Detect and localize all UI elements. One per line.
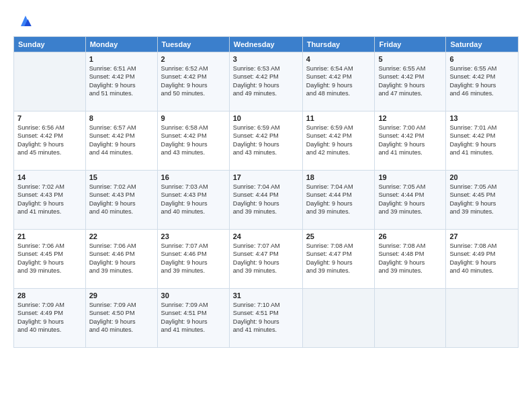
- day-info: Sunrise: 6:53 AMSunset: 4:42 PMDaylight:…: [233, 64, 299, 98]
- calendar-cell: 31Sunrise: 7:10 AMSunset: 4:51 PMDayligh…: [229, 289, 302, 348]
- day-number: 24: [233, 232, 299, 240]
- weekday-header-row: SundayMondayTuesdayWednesdayThursdayFrid…: [14, 37, 519, 52]
- calendar-cell: 12Sunrise: 7:00 AMSunset: 4:42 PMDayligh…: [375, 111, 446, 171]
- day-info: Sunrise: 7:08 AMSunset: 4:48 PMDaylight:…: [378, 242, 442, 275]
- weekday-header-thursday: Thursday: [302, 37, 375, 52]
- day-number: 14: [17, 173, 82, 181]
- calendar-cell: 16Sunrise: 7:03 AMSunset: 4:43 PMDayligh…: [157, 171, 229, 230]
- day-number: 21: [17, 232, 82, 240]
- logo-icon: [16, 12, 35, 31]
- day-number: 31: [233, 291, 299, 300]
- calendar-cell: 15Sunrise: 7:02 AMSunset: 4:43 PMDayligh…: [85, 171, 157, 230]
- day-info: Sunrise: 7:09 AMSunset: 4:50 PMDaylight:…: [89, 301, 154, 334]
- calendar-cell: 21Sunrise: 7:06 AMSunset: 4:45 PMDayligh…: [14, 230, 86, 289]
- calendar-cell: [446, 289, 519, 348]
- calendar-cell: 18Sunrise: 7:04 AMSunset: 4:44 PMDayligh…: [302, 171, 375, 230]
- calendar-cell: 9Sunrise: 6:58 AMSunset: 4:42 PMDaylight…: [157, 111, 229, 171]
- day-number: 20: [449, 173, 515, 181]
- day-info: Sunrise: 6:55 AMSunset: 4:42 PMDaylight:…: [449, 64, 515, 98]
- day-info: Sunrise: 7:04 AMSunset: 4:44 PMDaylight:…: [306, 183, 371, 216]
- day-info: Sunrise: 7:01 AMSunset: 4:42 PMDaylight:…: [449, 124, 515, 157]
- day-number: 12: [378, 114, 442, 122]
- calendar-cell: 3Sunrise: 6:53 AMSunset: 4:42 PMDaylight…: [229, 52, 302, 111]
- day-info: Sunrise: 7:07 AMSunset: 4:47 PMDaylight:…: [233, 242, 299, 275]
- week-row-4: 21Sunrise: 7:06 AMSunset: 4:45 PMDayligh…: [14, 230, 519, 289]
- calendar-cell: 7Sunrise: 6:56 AMSunset: 4:42 PMDaylight…: [14, 111, 86, 171]
- logo: [13, 12, 35, 31]
- day-info: Sunrise: 6:55 AMSunset: 4:42 PMDaylight:…: [378, 64, 442, 98]
- weekday-header-friday: Friday: [375, 37, 446, 52]
- day-number: 17: [233, 173, 299, 181]
- calendar-cell: 19Sunrise: 7:05 AMSunset: 4:44 PMDayligh…: [375, 171, 446, 230]
- day-number: 27: [449, 232, 515, 240]
- day-number: 23: [161, 232, 226, 240]
- calendar-cell: 5Sunrise: 6:55 AMSunset: 4:42 PMDaylight…: [375, 52, 446, 111]
- weekday-header-sunday: Sunday: [14, 37, 86, 52]
- weekday-header-monday: Monday: [85, 37, 157, 52]
- calendar-cell: 22Sunrise: 7:06 AMSunset: 4:46 PMDayligh…: [85, 230, 157, 289]
- calendar-cell: 27Sunrise: 7:08 AMSunset: 4:49 PMDayligh…: [446, 230, 519, 289]
- calendar-cell: 30Sunrise: 7:09 AMSunset: 4:51 PMDayligh…: [157, 289, 229, 348]
- day-info: Sunrise: 6:58 AMSunset: 4:42 PMDaylight:…: [161, 124, 226, 157]
- calendar-cell: 17Sunrise: 7:04 AMSunset: 4:44 PMDayligh…: [229, 171, 302, 230]
- calendar-cell: 13Sunrise: 7:01 AMSunset: 4:42 PMDayligh…: [446, 111, 519, 171]
- weekday-header-tuesday: Tuesday: [157, 37, 229, 52]
- day-info: Sunrise: 6:59 AMSunset: 4:42 PMDaylight:…: [306, 124, 371, 157]
- day-number: 29: [89, 291, 154, 300]
- calendar-page: SundayMondayTuesdayWednesdayThursdayFrid…: [0, 0, 532, 411]
- day-info: Sunrise: 7:06 AMSunset: 4:45 PMDaylight:…: [17, 242, 82, 275]
- header: [13, 12, 519, 31]
- week-row-1: 1Sunrise: 6:51 AMSunset: 4:42 PMDaylight…: [14, 52, 519, 111]
- day-info: Sunrise: 7:02 AMSunset: 4:43 PMDaylight:…: [89, 183, 154, 216]
- weekday-header-wednesday: Wednesday: [229, 37, 302, 52]
- calendar-cell: [14, 52, 86, 111]
- calendar-cell: 2Sunrise: 6:52 AMSunset: 4:42 PMDaylight…: [157, 52, 229, 111]
- calendar-cell: 6Sunrise: 6:55 AMSunset: 4:42 PMDaylight…: [446, 52, 519, 111]
- day-number: 19: [378, 173, 442, 181]
- day-number: 1: [89, 55, 154, 63]
- day-info: Sunrise: 6:54 AMSunset: 4:42 PMDaylight:…: [306, 64, 371, 98]
- day-number: 26: [378, 232, 442, 240]
- day-info: Sunrise: 6:51 AMSunset: 4:42 PMDaylight:…: [89, 64, 154, 98]
- day-number: 18: [306, 173, 371, 181]
- day-info: Sunrise: 7:05 AMSunset: 4:45 PMDaylight:…: [449, 183, 515, 216]
- calendar-cell: 23Sunrise: 7:07 AMSunset: 4:46 PMDayligh…: [157, 230, 229, 289]
- day-number: 22: [89, 232, 154, 240]
- day-number: 7: [17, 114, 82, 122]
- day-info: Sunrise: 7:09 AMSunset: 4:49 PMDaylight:…: [17, 301, 82, 334]
- day-info: Sunrise: 7:03 AMSunset: 4:43 PMDaylight:…: [161, 183, 226, 216]
- day-number: 8: [89, 114, 154, 122]
- calendar-body: 1Sunrise: 6:51 AMSunset: 4:42 PMDaylight…: [14, 52, 519, 348]
- day-number: 10: [233, 114, 299, 122]
- calendar-cell: 25Sunrise: 7:08 AMSunset: 4:47 PMDayligh…: [302, 230, 375, 289]
- day-info: Sunrise: 7:08 AMSunset: 4:47 PMDaylight:…: [306, 242, 371, 275]
- calendar-cell: [302, 289, 375, 348]
- week-row-2: 7Sunrise: 6:56 AMSunset: 4:42 PMDaylight…: [14, 111, 519, 171]
- day-info: Sunrise: 7:05 AMSunset: 4:44 PMDaylight:…: [378, 183, 442, 216]
- calendar-cell: 28Sunrise: 7:09 AMSunset: 4:49 PMDayligh…: [14, 289, 86, 348]
- day-info: Sunrise: 6:59 AMSunset: 4:42 PMDaylight:…: [233, 124, 299, 157]
- calendar-cell: [375, 289, 446, 348]
- calendar-table: SundayMondayTuesdayWednesdayThursdayFrid…: [13, 36, 519, 348]
- calendar-cell: 29Sunrise: 7:09 AMSunset: 4:50 PMDayligh…: [85, 289, 157, 348]
- day-number: 13: [449, 114, 515, 122]
- day-number: 11: [306, 114, 371, 122]
- day-number: 15: [89, 173, 154, 181]
- day-info: Sunrise: 7:08 AMSunset: 4:49 PMDaylight:…: [449, 242, 515, 275]
- day-number: 16: [161, 173, 226, 181]
- day-number: 3: [233, 55, 299, 63]
- day-info: Sunrise: 7:10 AMSunset: 4:51 PMDaylight:…: [233, 301, 299, 334]
- calendar-cell: 10Sunrise: 6:59 AMSunset: 4:42 PMDayligh…: [229, 111, 302, 171]
- day-number: 4: [306, 55, 371, 63]
- calendar-cell: 1Sunrise: 6:51 AMSunset: 4:42 PMDaylight…: [85, 52, 157, 111]
- calendar-cell: 20Sunrise: 7:05 AMSunset: 4:45 PMDayligh…: [446, 171, 519, 230]
- day-number: 6: [449, 55, 515, 63]
- day-number: 9: [161, 114, 226, 122]
- calendar-cell: 26Sunrise: 7:08 AMSunset: 4:48 PMDayligh…: [375, 230, 446, 289]
- day-info: Sunrise: 7:09 AMSunset: 4:51 PMDaylight:…: [161, 301, 226, 334]
- calendar-cell: 11Sunrise: 6:59 AMSunset: 4:42 PMDayligh…: [302, 111, 375, 171]
- day-number: 25: [306, 232, 371, 240]
- day-info: Sunrise: 7:04 AMSunset: 4:44 PMDaylight:…: [233, 183, 299, 216]
- calendar-cell: 24Sunrise: 7:07 AMSunset: 4:47 PMDayligh…: [229, 230, 302, 289]
- day-info: Sunrise: 7:06 AMSunset: 4:46 PMDaylight:…: [89, 242, 154, 275]
